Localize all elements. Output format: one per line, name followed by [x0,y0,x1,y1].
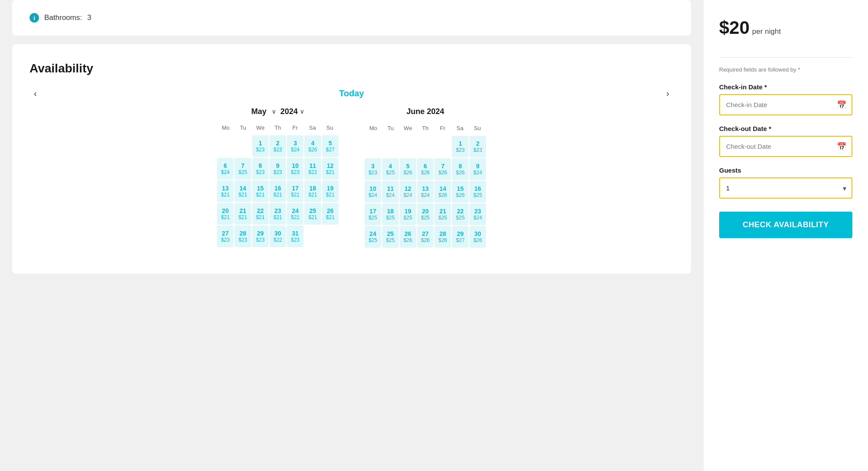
table-row[interactable]: 28$23 [234,226,251,247]
day-number: 11 [387,185,394,192]
table-row[interactable]: 2$23 [470,136,486,157]
table-row[interactable]: 31$23 [287,226,303,247]
may-month-select[interactable]: May June July [251,107,272,116]
day-header-su: Su [321,123,339,133]
table-row[interactable]: 27$26 [417,226,434,248]
table-row[interactable]: 26$21 [322,203,339,225]
day-number: 7 [241,162,245,169]
table-row[interactable]: 23$21 [270,203,286,225]
table-row[interactable]: 16$25 [470,181,486,203]
day-number: 23 [274,207,281,214]
table-row[interactable]: 28$26 [434,226,451,248]
table-row[interactable]: 19$21 [322,180,339,202]
table-row[interactable]: 4$26 [304,135,321,157]
checkin-input-wrapper[interactable]: 📅 [719,94,852,115]
table-row[interactable]: 22$25 [452,203,468,225]
table-row[interactable]: 11$24 [382,181,398,203]
table-row[interactable]: 23$24 [470,203,486,225]
table-row[interactable]: 6$26 [417,158,434,180]
table-row[interactable]: 21$21 [234,203,251,225]
calendar-section: ‹ Today › May June July ∨ 2024 [30,88,674,248]
day-number: 29 [457,230,464,237]
table-row[interactable]: 9$24 [470,158,486,180]
day-price: $22 [273,237,282,243]
checkin-input[interactable] [720,95,852,114]
day-number: 31 [292,230,299,237]
day-price: $23 [456,147,465,153]
table-row[interactable]: 17$21 [287,180,303,202]
day-number: 23 [474,208,481,215]
table-row[interactable]: 30$26 [470,226,486,248]
day-number: 2 [276,140,279,147]
table-row[interactable]: 19$25 [400,203,416,225]
day-price: $21 [326,214,335,220]
day-number: 17 [369,208,376,215]
table-row[interactable]: 10$23 [287,158,303,180]
table-row[interactable]: 5$26 [400,158,416,180]
table-row[interactable]: 22$21 [252,203,269,225]
table-row[interactable]: 25$21 [304,203,321,225]
day-number: 13 [222,185,229,192]
table-row[interactable]: 2$23 [270,135,286,157]
table-row[interactable]: 5$27 [322,135,339,157]
day-number: 19 [327,185,334,192]
table-row[interactable]: 13$24 [417,181,434,203]
next-month-arrow[interactable]: › [662,86,674,101]
table-row[interactable]: 20$25 [417,203,434,225]
table-row[interactable]: 27$23 [217,226,233,247]
table-row[interactable]: 24$25 [365,226,381,248]
table-row[interactable]: 7$26 [434,158,451,180]
table-row[interactable]: 6$24 [217,158,233,180]
table-row[interactable]: 10$24 [365,181,381,203]
table-row[interactable]: 7$25 [234,158,251,180]
day-price: $24 [221,169,230,175]
table-row[interactable]: 8$26 [452,158,468,180]
table-row[interactable]: 8$23 [252,158,269,180]
table-row[interactable]: 25$25 [382,226,398,248]
table-row[interactable]: 9$23 [270,158,286,180]
day-number: 25 [309,207,316,214]
day-number: 8 [259,162,262,169]
check-availability-button[interactable]: Check Availability [719,212,852,238]
today-button[interactable]: Today [339,88,364,98]
table-row[interactable]: 3$23 [365,158,381,180]
table-row[interactable]: 29$23 [252,226,269,247]
table-row[interactable]: 14$26 [434,181,451,203]
day-price: $21 [309,192,317,198]
availability-title: Availability [30,62,674,75]
table-row[interactable]: 21$25 [434,203,451,225]
table-row[interactable]: 12$24 [400,181,416,203]
checkout-input[interactable] [720,137,852,156]
table-row[interactable]: 15$21 [252,180,269,202]
table-row[interactable]: 29$27 [452,226,468,248]
table-row[interactable]: 17$25 [365,203,381,225]
june-day-header-th: Th [417,123,434,133]
prev-month-arrow[interactable]: ‹ [30,86,41,101]
guests-select[interactable]: 1 2 3 4 5 6 7 8 [720,178,852,198]
day-price: $23 [273,147,282,153]
table-row[interactable]: 24$21 [287,203,303,225]
table-row[interactable]: 1$23 [252,135,269,157]
table-row[interactable]: 30$22 [270,226,286,247]
table-row[interactable]: 20$21 [217,203,233,225]
table-row[interactable]: 16$21 [270,180,286,202]
table-row[interactable]: 1$23 [452,136,468,157]
checkout-input-wrapper[interactable]: 📅 [719,136,852,157]
day-price: $21 [291,214,299,220]
day-header-tu: Tu [234,123,252,133]
table-row[interactable]: 14$21 [234,180,251,202]
table-row[interactable]: 18$25 [382,203,398,225]
table-row[interactable]: 13$21 [217,180,233,202]
may-year-select[interactable]: 2024 2025 [280,107,300,116]
day-price: $23 [291,169,299,175]
table-row[interactable]: 4$25 [382,158,398,180]
table-row[interactable]: 15$26 [452,181,468,203]
table-row[interactable]: 11$22 [304,158,321,180]
day-price: $23 [291,237,299,243]
day-price: $23 [256,169,265,175]
table-row[interactable]: 12$21 [322,158,339,180]
table-row[interactable]: 26$26 [400,226,416,248]
table-row[interactable]: 3$24 [287,135,303,157]
day-price: $21 [291,192,299,198]
table-row[interactable]: 18$21 [304,180,321,202]
